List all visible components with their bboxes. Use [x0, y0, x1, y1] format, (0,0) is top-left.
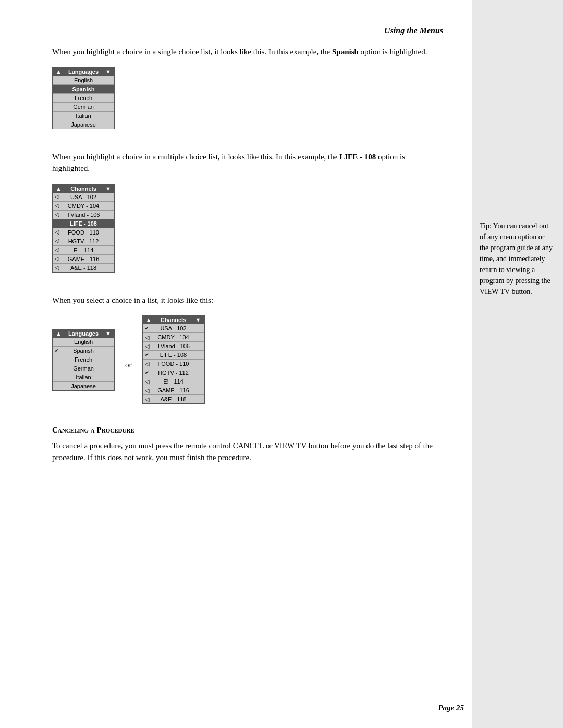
page-title: Using the Menus	[52, 26, 443, 35]
channels-menu-multiple: ▲ Channels ▼ ◁USA - 102 ◁CMDY - 104 ◁TVl…	[52, 184, 115, 273]
right-sidebar: Tip: You can cancel out of any menu opti…	[472, 0, 563, 728]
lang-select-header: ▲ Languages ▼	[53, 329, 114, 338]
sel-ch-tvland106[interactable]: ◁TVland - 106	[143, 342, 204, 351]
lang-japanese[interactable]: Japanese	[53, 120, 114, 129]
ch-e114[interactable]: ◁E! - 114	[53, 246, 114, 255]
sel-ch-game116[interactable]: ◁GAME - 116	[143, 386, 204, 395]
lang-english[interactable]: English	[53, 76, 114, 85]
sel-lang-english[interactable]: English	[53, 338, 114, 347]
ch-select-title: Channels	[161, 317, 187, 323]
ch-select-down: ▼	[195, 317, 201, 323]
multiple-choice-intro: When you highlight a choice in a multipl…	[52, 151, 443, 175]
menu-up-arrow: ▲	[56, 69, 62, 75]
channels-down-arrow: ▼	[105, 186, 111, 192]
ch-select-up: ▲	[146, 317, 152, 323]
sel-ch-ae118[interactable]: ◁A&E - 118	[143, 395, 204, 403]
lang-select-up: ▲	[56, 330, 62, 337]
channels-menu-select: ▲ Channels ▼ USA - 102 ◁CMDY - 104 ◁TVla…	[142, 315, 205, 404]
cancel-body: To cancel a procedure, you must press th…	[52, 440, 443, 463]
ch-food110[interactable]: ◁FOOD - 110	[53, 228, 114, 237]
ch-hgtv112[interactable]: ◁HGTV - 112	[53, 237, 114, 246]
sel-lang-spanish-checked[interactable]: Spanish	[53, 347, 114, 355]
sel-ch-food110[interactable]: ◁FOOD - 110	[143, 360, 204, 368]
select-choice-intro: When you select a choice in a list, it l…	[52, 294, 443, 306]
sel-lang-german[interactable]: German	[53, 364, 114, 373]
lang-german[interactable]: German	[53, 103, 114, 112]
side-by-side-menus: ▲ Languages ▼ English Spanish French Ger…	[52, 315, 443, 414]
sel-lang-italian[interactable]: Italian	[53, 373, 114, 382]
sel-lang-french[interactable]: French	[53, 355, 114, 364]
sel-ch-life108[interactable]: LIFE - 108	[143, 351, 204, 360]
lang-spanish-highlighted[interactable]: Spanish	[53, 85, 114, 94]
menu-down-arrow: ▼	[105, 69, 111, 75]
languages-menu-select: ▲ Languages ▼ English Spanish French Ger…	[52, 329, 115, 391]
lang-italian[interactable]: Italian	[53, 112, 114, 120]
menu-title-languages: Languages	[68, 69, 99, 75]
page-number: Page 25	[438, 704, 464, 712]
or-label: or	[125, 361, 132, 369]
lang-select-down: ▼	[105, 330, 111, 337]
tip-text: Tip: You can cancel out of any menu opti…	[480, 220, 555, 297]
multiple-choice-section: When you highlight a choice in a multipl…	[52, 151, 443, 283]
cancel-procedure-section: Canceling a Procedure To cancel a proced…	[52, 426, 443, 463]
channels-menu-title: Channels	[70, 186, 96, 192]
page-layout: Using the Menus When you highlight a cho…	[0, 0, 563, 728]
ch-game116[interactable]: ◁GAME - 116	[53, 255, 114, 264]
lang-select-title: Languages	[68, 330, 99, 337]
channels-up-arrow: ▲	[56, 186, 62, 192]
sel-ch-hgtv112[interactable]: HGTV - 112	[143, 368, 204, 377]
single-choice-section: When you highlight a choice in a single …	[52, 46, 443, 140]
ch-tvland106[interactable]: ◁TVland - 106	[53, 211, 114, 219]
channels-menu-header: ▲ Channels ▼	[53, 184, 114, 193]
ch-ae118[interactable]: ◁A&E - 118	[53, 264, 114, 272]
languages-menu-single: ▲ Languages ▼ English Spanish French Ger…	[52, 67, 115, 129]
sel-ch-e114[interactable]: ◁E! - 114	[143, 377, 204, 386]
single-choice-intro: When you highlight a choice in a single …	[52, 46, 443, 58]
sel-ch-cmdy104[interactable]: ◁CMDY - 104	[143, 333, 204, 342]
cancel-heading: Canceling a Procedure	[52, 426, 443, 435]
ch-usa102[interactable]: ◁USA - 102	[53, 193, 114, 202]
select-choice-section: When you select a choice in a list, it l…	[52, 294, 443, 415]
ch-select-header: ▲ Channels ▼	[143, 316, 204, 324]
ch-cmdy104[interactable]: ◁CMDY - 104	[53, 202, 114, 211]
sel-ch-usa102[interactable]: USA - 102	[143, 324, 204, 333]
ch-life108-highlighted[interactable]: LIFE - 108	[53, 219, 114, 228]
languages-menu-header: ▲ Languages ▼	[53, 68, 114, 76]
lang-french[interactable]: French	[53, 94, 114, 103]
main-content: Using the Menus When you highlight a cho…	[0, 0, 472, 728]
tip-box: Tip: You can cancel out of any menu opti…	[480, 220, 555, 297]
sel-lang-japanese[interactable]: Japanese	[53, 382, 114, 390]
